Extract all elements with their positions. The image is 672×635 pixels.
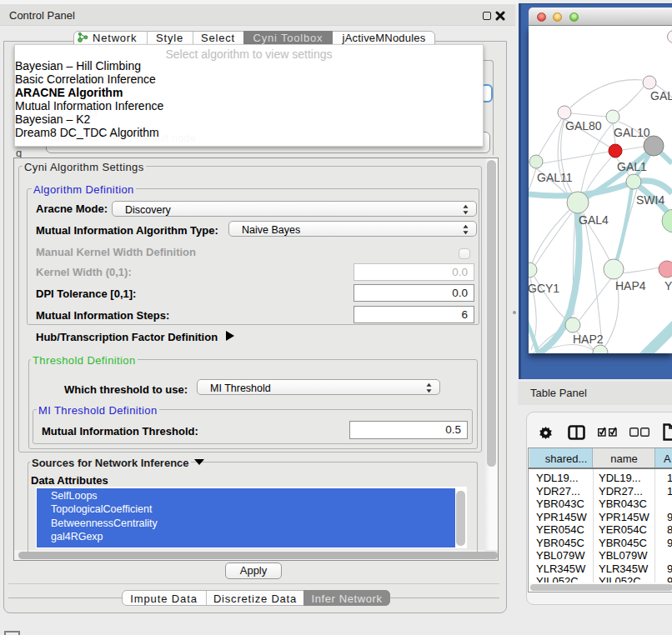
svg-text:Y: Y (664, 279, 672, 292)
svg-text:GAL: GAL (650, 89, 672, 102)
svg-text:GAL11: GAL11 (537, 171, 573, 184)
svg-text:GAL1: GAL1 (617, 160, 647, 173)
svg-text:HAP4: HAP4 (615, 279, 646, 292)
svg-text:SWI4: SWI4 (636, 193, 664, 207)
svg-text:HAP2: HAP2 (573, 332, 604, 346)
svg-text:GAL80: GAL80 (565, 119, 602, 132)
svg-text:GCY1: GCY1 (529, 282, 559, 295)
svg-text:GAL4: GAL4 (579, 213, 609, 227)
svg-text:GAL10: GAL10 (614, 126, 650, 139)
